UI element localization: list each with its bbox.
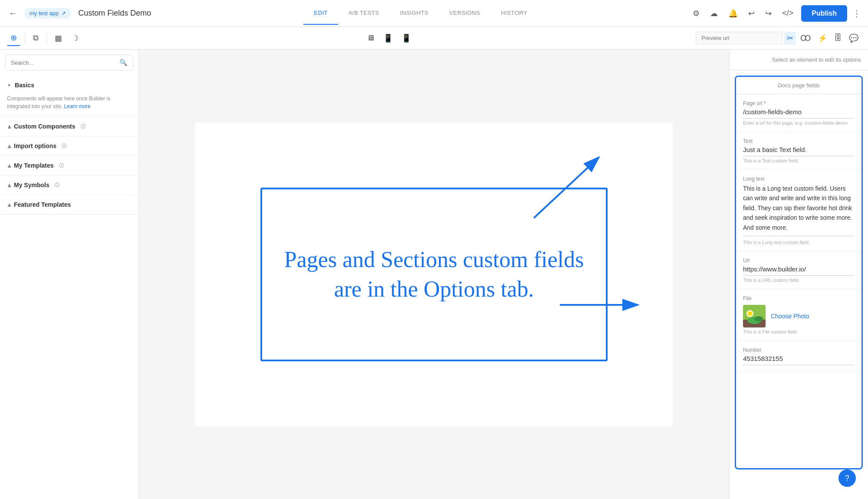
chevron-right-icon-3: ▶ <box>7 164 11 167</box>
learn-more-link[interactable]: Learn more <box>64 103 90 109</box>
canvas-area: Pages and Sections custom fields are in … <box>139 50 729 499</box>
mobile-icon[interactable]: 📱 <box>399 32 414 45</box>
main-layout: 🔍 ▼ Basics Components will appear here o… <box>0 50 868 499</box>
basics-note: Components will appear here once Builder… <box>0 95 138 116</box>
svg-point-9 <box>754 316 763 321</box>
select-element-hint: Select an element to edit its options <box>730 50 868 70</box>
canvas-inner: Pages and Sections custom fields are in … <box>260 188 608 361</box>
preview-url-input[interactable] <box>696 32 783 44</box>
toolbar-divider-2 <box>46 33 47 43</box>
field-longtext-value[interactable]: This is a Long text custom field. Users … <box>743 184 855 232</box>
back-button[interactable]: ← <box>7 7 19 20</box>
app-chip[interactable]: my test app ↗ <box>24 8 71 19</box>
chevron-down-icon: ▼ <box>7 83 11 88</box>
tab-edit[interactable]: EDIT <box>303 2 338 25</box>
share-icon: ↗ <box>61 10 66 17</box>
file-thumbnail <box>743 305 766 327</box>
field-file: File Choose Photo <box>736 289 861 341</box>
search-icon: 🔍 <box>119 59 128 66</box>
field-page-url-hint: Enter a url for this page, e.g. /custom-… <box>743 120 855 126</box>
section-custom-components-header[interactable]: ▶ Custom Components ⓘ <box>0 117 138 136</box>
section-custom-components: ▶ Custom Components ⓘ <box>0 117 138 136</box>
section-featured: ▶ Featured Templates <box>0 195 138 215</box>
section-my-templates-header[interactable]: ▶ My Templates ⓘ <box>0 156 138 175</box>
toolbar-divider-1 <box>25 33 25 43</box>
field-text-label: Text <box>743 138 855 144</box>
section-basics-header[interactable]: ▼ Basics <box>0 76 138 95</box>
section-featured-label: Featured Templates <box>14 201 71 208</box>
settings-icon[interactable]: ⚙ <box>690 7 702 20</box>
tab-history[interactable]: HISTORY <box>490 2 538 25</box>
undo-icon[interactable]: ↩ <box>746 7 757 20</box>
docs-panel: Docs page fields Page url /custom-fields… <box>735 76 863 469</box>
field-url-hint: This is a URL custom field. <box>743 278 855 283</box>
bell-icon[interactable]: 🔔 <box>726 7 740 20</box>
section-templates-label: My Templates <box>14 162 54 169</box>
field-file-label: File <box>743 295 855 301</box>
section-symbols-header[interactable]: ▶ My Symbols ⓘ <box>0 175 138 195</box>
publish-button[interactable]: Publish <box>801 5 847 22</box>
field-file-hint: This is a File custom field. <box>743 329 855 334</box>
choose-photo-button[interactable]: Choose Photo <box>771 313 809 320</box>
toolbar-left: ⊕ ⧉ ▦ ☽ <box>7 30 82 46</box>
file-field-container: Choose Photo <box>743 305 855 327</box>
comment-icon[interactable]: 💬 <box>846 32 861 45</box>
code-icon[interactable]: </> <box>779 7 796 20</box>
database-icon[interactable]: 🗄 <box>832 32 845 44</box>
toolbar-center: 🖥 📱 📱 <box>364 32 414 45</box>
more-button[interactable]: ⋮ <box>852 8 861 19</box>
toolbar: ⊕ ⧉ ▦ ☽ 🖥 📱 📱 ✂ Ꝏ ⚡ 🗄 💬 <box>0 27 868 50</box>
field-number-label: Number <box>743 347 855 353</box>
field-number-value[interactable]: 45315832155 <box>743 355 855 365</box>
section-import-header[interactable]: ▶ Import options ⓘ <box>0 136 138 155</box>
page-title: Custom Fields Demo <box>78 9 151 18</box>
left-sidebar: 🔍 ▼ Basics Components will appear here o… <box>0 50 139 499</box>
tab-abtests[interactable]: A/B TESTS <box>338 2 390 25</box>
canvas-content: Pages and Sections custom fields are in … <box>195 122 673 426</box>
info-icon-4: ⓘ <box>55 182 59 188</box>
right-panel: Select an element to edit its options Do… <box>729 50 868 499</box>
section-import: ▶ Import options ⓘ <box>0 136 138 156</box>
add-block-icon[interactable]: ⊕ <box>7 30 20 46</box>
nav-tabs: EDIT A/B TESTS INSIGHTS VERSIONS HISTORY <box>303 2 538 25</box>
chevron-right-icon-4: ▶ <box>7 183 11 187</box>
field-longtext-hint: This is a Long text custom field. <box>743 240 855 245</box>
field-longtext-label: Long text <box>743 176 855 182</box>
field-url-value[interactable]: https://www.builder.io/ <box>743 265 855 276</box>
info-icon-1: ⓘ <box>81 123 85 130</box>
tab-versions[interactable]: VERSIONS <box>439 2 490 25</box>
desktop-icon[interactable]: 🖥 <box>364 32 377 44</box>
field-page-url-value[interactable]: /custom-fields-demo <box>743 108 855 119</box>
section-featured-header[interactable]: ▶ Featured Templates <box>0 195 138 214</box>
theme-icon[interactable]: ☽ <box>68 31 82 46</box>
search-input[interactable] <box>11 59 116 66</box>
tab-insights[interactable]: INSIGHTS <box>390 2 439 25</box>
section-import-label: Import options <box>14 142 56 149</box>
field-longtext: Long text This is a Long text custom fie… <box>736 170 861 251</box>
nav-left: ← my test app ↗ Custom Fields Demo <box>7 7 151 20</box>
field-page-url-label: Page url <box>743 100 855 106</box>
help-button[interactable]: ? <box>838 469 856 487</box>
grid-icon[interactable]: ▦ <box>51 31 66 46</box>
chevron-right-icon-1: ▶ <box>7 125 11 128</box>
docs-panel-header: Docs page fields <box>736 77 861 94</box>
layers-icon[interactable]: ⧉ <box>30 31 42 45</box>
toolbar-right: ✂ Ꝏ ⚡ 🗄 💬 <box>696 32 861 45</box>
nav-center: EDIT A/B TESTS INSIGHTS VERSIONS HISTORY <box>303 2 538 25</box>
style-icon[interactable]: Ꝏ <box>798 32 813 45</box>
docs-panel-body: Page url /custom-fields-demo Enter a url… <box>736 94 861 372</box>
lightning-icon[interactable]: ⚡ <box>815 32 830 45</box>
field-page-url: Page url /custom-fields-demo Enter a url… <box>736 94 861 132</box>
section-custom-label: Custom Components <box>14 123 76 130</box>
redo-icon[interactable]: ↪ <box>763 7 774 20</box>
field-text-value[interactable]: Just a basic Text field. <box>743 146 855 156</box>
tablet-icon[interactable]: 📱 <box>381 32 395 45</box>
field-url-label: Url <box>743 258 855 264</box>
app-name-label: my test app <box>30 10 59 17</box>
cloud-icon[interactable]: ☁ <box>707 7 720 20</box>
svg-point-6 <box>748 311 752 316</box>
magic-icon[interactable]: ✂ <box>784 32 796 45</box>
section-symbols-label: My Symbols <box>14 182 49 188</box>
search-bar[interactable]: 🔍 <box>5 55 133 70</box>
field-text-hint: This is a Text custom field. <box>743 158 855 163</box>
